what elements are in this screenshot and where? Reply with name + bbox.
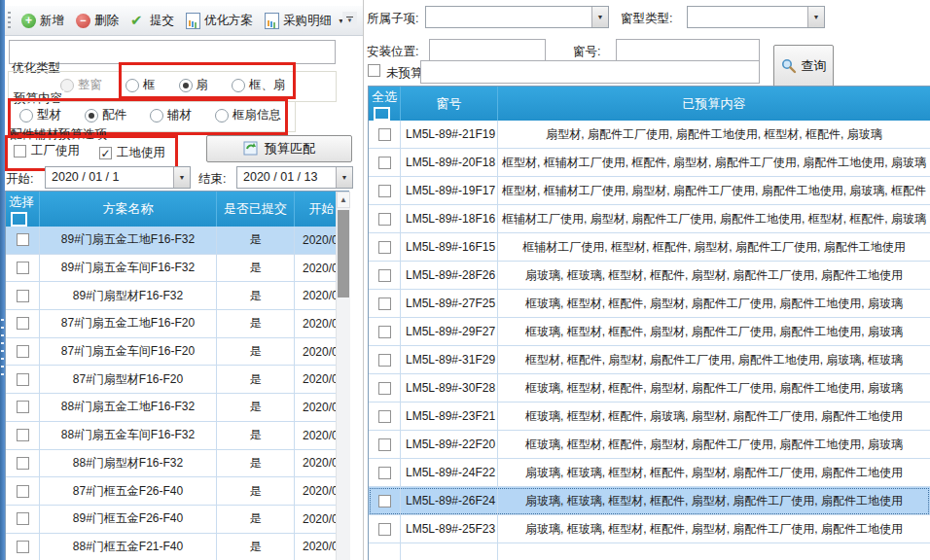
row-checkbox[interactable] xyxy=(378,269,391,282)
query-button[interactable]: 查询 xyxy=(773,45,834,88)
vertical-scrollbar[interactable]: ▲ xyxy=(336,192,350,560)
table-row[interactable]: 88#门扇五金车间F16-F32是2020/0 xyxy=(6,422,348,450)
table-row[interactable]: LM5L-89#-31F29框型材, 框配件, 扇型材, 扇配件工厂使用, 扇配… xyxy=(369,346,930,374)
row-checkbox[interactable] xyxy=(17,290,29,302)
row-checkbox[interactable] xyxy=(378,410,391,423)
table-row[interactable]: LM5L-89#-20F18框型材, 框辅材工厂使用, 框配件, 扇型材, 扇配… xyxy=(369,149,930,177)
select-all-checkbox[interactable] xyxy=(11,212,27,227)
install-position-input[interactable] xyxy=(429,39,546,61)
row-checkbox[interactable] xyxy=(17,317,29,330)
row-checkbox[interactable] xyxy=(17,457,29,470)
row-checkbox[interactable] xyxy=(378,185,391,197)
table-row[interactable]: LM5L-89#-18F16框辅材工厂使用, 扇型材, 扇配件工厂使用, 扇配件… xyxy=(369,205,930,233)
window-type-select[interactable]: ▼ xyxy=(687,6,825,28)
table-row[interactable]: LM5L-89#-21F19扇型材, 扇配件工厂使用, 扇配件工地使用, 框型材… xyxy=(369,121,930,149)
row-checkbox[interactable] xyxy=(378,382,391,395)
date-end-picker[interactable]: 2020 / 01 / 13 ▼ xyxy=(236,166,353,189)
scrollbar-thumb[interactable] xyxy=(338,210,349,298)
table-row[interactable]: LM5L-89#-19F17框型材, 框辅材工厂使用, 扇型材, 扇配件工厂使用… xyxy=(369,177,930,205)
select-all-checkbox[interactable] xyxy=(374,107,390,121)
radio-budget-profile[interactable]: 型材 xyxy=(19,107,61,123)
toolbar-overflow-button[interactable]: ▼ xyxy=(342,12,357,28)
table-row[interactable]: 87#门框五金F26-F40是2020/0 xyxy=(6,477,348,506)
row-checkbox[interactable] xyxy=(17,233,29,246)
header-select-all[interactable]: 全选 xyxy=(369,87,401,121)
toolbar-grip-icon[interactable] xyxy=(8,12,11,29)
row-checkbox[interactable] xyxy=(378,128,391,141)
checkbox-factory-use[interactable]: 工厂使用 xyxy=(14,143,80,159)
table-row[interactable]: 87#门扇型材F16-F20是2020/0 xyxy=(6,366,348,394)
row-checkbox[interactable] xyxy=(378,438,391,451)
table-row[interactable]: 87#门扇五金车间F16-F20是2020/0 xyxy=(6,338,348,367)
row-checkbox[interactable] xyxy=(17,485,29,498)
header-select[interactable]: 选择 xyxy=(6,192,40,227)
row-checkbox[interactable] xyxy=(17,262,29,274)
table-row[interactable]: LM5L-89#-27F25框玻璃, 框型材, 框配件, 扇型材, 扇配件工厂使… xyxy=(369,290,930,318)
row-checkbox[interactable] xyxy=(378,157,391,169)
chevron-down-icon[interactable]: ▼ xyxy=(807,7,824,27)
toolbar-button-purchase-detail[interactable]: 采购明细▼ xyxy=(259,10,350,32)
radio-budget-frame-sash-info[interactable]: 框扇信息 xyxy=(215,107,281,123)
window-table-header: 全选 窗号 已预算内容 xyxy=(369,87,930,121)
row-checkbox[interactable] xyxy=(17,541,29,553)
table-row[interactable]: 88#门扇型材F16-F32是2020/0 xyxy=(6,450,348,478)
radio-budget-auxiliary[interactable]: 辅材 xyxy=(150,107,192,123)
header-scheme-name[interactable]: 方案名称 xyxy=(40,192,217,227)
table-row[interactable]: 88#门框五金F21-F40是2020/0 xyxy=(6,534,348,560)
table-row[interactable]: LM5L-89#-28F26扇玻璃, 框玻璃, 框型材, 框配件, 扇型材, 扇… xyxy=(369,262,930,290)
budget-match-button[interactable]: 预算匹配 xyxy=(206,135,352,162)
toolbar-button-submit[interactable]: 提交 xyxy=(125,10,180,32)
row-checkbox[interactable] xyxy=(378,495,391,508)
toolbar-button-optimize-plan[interactable]: 优化方案 xyxy=(180,10,259,32)
table-row[interactable]: LM5L-89#-30F28框玻璃, 框型材, 框配件, 扇型材, 扇配件工厂使… xyxy=(369,374,930,402)
scroll-up-button[interactable]: ▲ xyxy=(337,192,350,208)
row-checkbox[interactable] xyxy=(17,345,29,358)
row-checkbox[interactable] xyxy=(378,241,391,254)
chevron-down-icon[interactable]: ▼ xyxy=(591,7,608,27)
chevron-down-icon[interactable]: ▼ xyxy=(336,167,352,188)
radio-optimize-frame[interactable]: 框 xyxy=(125,77,156,93)
radio-budget-accessory[interactable]: 配件 xyxy=(85,107,126,123)
table-row[interactable]: LM5L-89#-25F23扇玻璃, 框玻璃, 框型材, 框配件, 扇型材, 扇… xyxy=(369,515,930,543)
panel-separator[interactable] xyxy=(363,0,364,560)
no-budget-checkbox[interactable] xyxy=(368,64,380,77)
scheme-name-cell: 89#门扇型材F16-F32 xyxy=(40,282,217,309)
row-checkbox[interactable] xyxy=(17,429,29,441)
radio-optimize-sash[interactable]: 扇 xyxy=(179,77,209,93)
header-submitted[interactable]: 是否已提交 xyxy=(217,192,295,227)
table-row[interactable]: 88#门扇五金工地F16-F32是2020/0 xyxy=(6,394,348,422)
table-row[interactable]: LM5L-89#-29F27框玻璃, 框型材, 框配件, 扇型材, 扇配件工厂使… xyxy=(369,318,930,346)
checkbox-site-use[interactable]: 工地使用 xyxy=(99,145,165,161)
table-row[interactable]: 89#门扇五金车间F16-F32是2020/0 xyxy=(6,255,348,283)
date-start-picker[interactable]: 2020 / 01 / 1 ▼ xyxy=(45,166,191,189)
row-checkbox[interactable] xyxy=(378,326,391,338)
header-window-no[interactable]: 窗号 xyxy=(401,87,498,121)
sub-item-select[interactable]: ▼ xyxy=(425,6,609,28)
splitter-grip-icon[interactable] xyxy=(1,319,4,379)
radio-optimize-frame-sash[interactable]: 框、扇 xyxy=(232,77,286,93)
toolbar-button-delete[interactable]: 删除 xyxy=(70,10,125,32)
row-checkbox[interactable] xyxy=(378,354,391,367)
window-no-input[interactable] xyxy=(616,39,760,61)
budgeted-content-cell: 框辅材工厂使用, 框型材, 框配件, 扇型材, 扇配件工厂使用, 扇配件工地使用 xyxy=(498,233,930,261)
table-row[interactable]: LM5L-89#-26F24扇玻璃, 框玻璃, 框型材, 框配件, 扇型材, 扇… xyxy=(369,487,930,515)
table-row[interactable]: LM5L-89#-24F22扇玻璃, 框玻璃, 框型材, 框配件, 扇型材, 扇… xyxy=(369,459,930,487)
table-row[interactable]: 89#门框五金F26-F40是2020/0 xyxy=(6,506,348,534)
table-row[interactable]: 87#门扇五金工地F16-F20是2020/0 xyxy=(6,310,348,338)
table-row[interactable]: 89#门扇型材F16-F32是2020/0 xyxy=(6,282,348,310)
no-budget-input[interactable] xyxy=(420,60,760,84)
row-checkbox[interactable] xyxy=(17,512,29,525)
table-row[interactable]: LM5L-89#-23F21框玻璃, 框型材, 框配件, 扇玻璃, 扇型材, 扇… xyxy=(369,402,930,431)
row-checkbox[interactable] xyxy=(17,401,29,413)
row-checkbox[interactable] xyxy=(378,523,391,536)
table-row[interactable]: LM5L-89#-22F20框玻璃, 框型材, 框配件, 扇型材, 扇配件工厂使… xyxy=(369,431,930,459)
header-budgeted-content[interactable]: 已预算内容 xyxy=(498,87,930,121)
row-checkbox[interactable] xyxy=(378,298,391,310)
row-checkbox[interactable] xyxy=(378,213,391,226)
table-row[interactable]: LM5L-89#-16F15框辅材工厂使用, 框型材, 框配件, 扇型材, 扇配… xyxy=(369,233,930,262)
chevron-down-icon[interactable]: ▼ xyxy=(173,167,190,188)
table-row[interactable]: 89#门扇五金工地F16-F32是2020/0 xyxy=(6,227,348,255)
row-checkbox[interactable] xyxy=(17,373,29,386)
row-checkbox[interactable] xyxy=(378,467,391,479)
toolbar-button-add[interactable]: 新增 xyxy=(16,10,70,32)
